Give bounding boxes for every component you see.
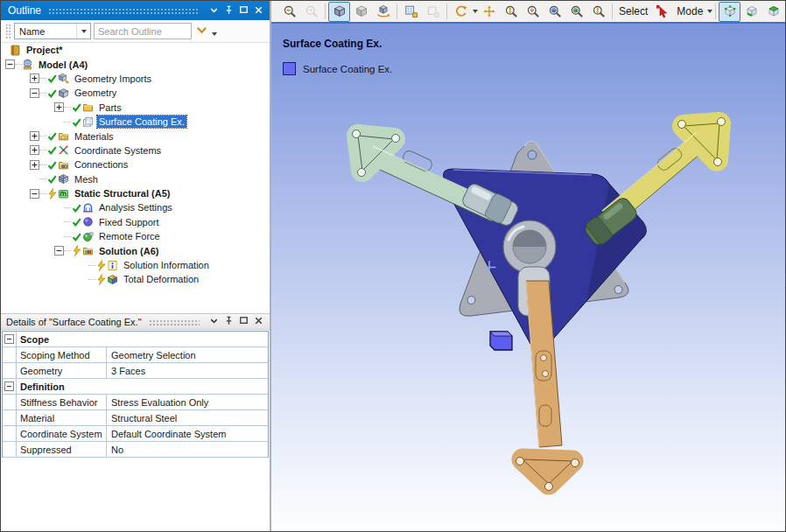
details-field-value[interactable]: Stress Evaluation Only [107,395,268,410]
expand-expander[interactable] [30,145,39,155]
tree-item-materials[interactable]: Materials [1,129,270,143]
tree-item-static-structural-a5[interactable]: Static Structural (A5) [1,186,270,200]
new-section-plane-button[interactable] [400,2,422,22]
expand-expander[interactable] [30,160,39,170]
details-panel-titlebar[interactable]: Details of "Surface Coating Ex." [1,313,270,330]
section-plain-icon [426,4,440,18]
chevron-down-icon [208,4,220,18]
tree-item-project[interactable]: Project* [1,43,270,57]
cursor-red-icon [656,4,670,18]
status-check-icon [46,73,58,84]
shaded-exterior-and-edges-button[interactable] [328,2,350,22]
zoom-mode-button[interactable] [500,2,522,22]
solution-icon [82,245,95,256]
tree-connector [39,150,46,150]
mode-label[interactable]: Mode [673,5,706,18]
mode-dropdown-caret[interactable] [707,10,712,13]
collapse-expander[interactable] [30,88,39,98]
zoom-fit-button[interactable] [544,2,565,22]
close-button[interactable] [251,315,266,328]
magnifier-plus-icon [526,4,540,18]
toolbar-separator [397,4,397,19]
box-zoom-mode-button[interactable] [522,2,544,22]
select-edges-button[interactable] [740,2,762,22]
select-cursor-button[interactable] [651,2,673,22]
search-options-caret[interactable] [212,32,217,36]
shaded-exterior-button[interactable] [350,2,372,22]
tree-item-label: Connections [73,158,130,171]
maximize-icon [238,4,249,18]
details-gutter [3,410,17,425]
tree-item-mesh[interactable]: Mesh [1,172,270,186]
expand-expander[interactable] [30,74,39,83]
details-gutter [3,379,17,394]
pan-mode-button[interactable] [478,2,500,22]
collapse-expander[interactable] [5,60,15,69]
tree-item-model-a4[interactable]: Model (A4) [1,57,270,71]
tree-item-remote-force[interactable]: Remote Force [1,229,270,243]
expand-expander[interactable] [30,131,39,141]
status-check-icon [71,202,82,214]
gold-chevron-icon [195,24,208,38]
tree-item-analysis-settings[interactable]: Analysis Settings [1,200,270,214]
total-deformation-icon [107,274,119,285]
outline-panel-titlebar[interactable]: Outline [1,1,270,20]
connections-icon [58,159,70,171]
select-vertices-button[interactable] [719,2,740,22]
magnifier-updown-icon [592,4,606,18]
details-field-value[interactable]: Default Coordinate System [107,426,268,441]
materials-icon [58,130,70,142]
expand-expander[interactable] [54,102,64,112]
static-structural-icon [58,188,70,200]
details-field-value[interactable]: 3 Faces [107,363,268,378]
collapse-expander[interactable] [30,189,39,199]
chevron-down-icon [208,315,220,328]
tree-item-total-deformation[interactable]: Total Deformation [1,272,270,286]
tree-item-parts[interactable]: Parts [1,101,270,115]
magnifier-window-button[interactable] [587,2,609,22]
details-field-value[interactable]: No [107,442,268,457]
titlebar-texture [48,7,200,14]
model-hub-ring[interactable] [503,220,556,273]
details-field-value[interactable]: Structural Steel [107,410,268,425]
maximize-button[interactable] [236,4,251,18]
close-button[interactable] [251,4,266,18]
select-faces-button[interactable] [762,2,784,22]
pin-button[interactable] [221,315,236,328]
tree-item-fixed-support[interactable]: Fixed Support [1,215,270,229]
tree-item-coordinate-systems[interactable]: Coordinate Systems [1,144,270,158]
collapse-expander[interactable] [54,246,64,256]
manage-views-button[interactable] [372,2,394,22]
details-group-scope: Scope [3,332,268,347]
status-check-icon [71,231,82,242]
select-label[interactable]: Select [615,5,651,18]
tree-item-surface-coating-ex[interactable]: Surface Coating Ex. [1,115,270,129]
details-row-stiffness-behavior: Stiffness BehaviorStress Evaluation Only [3,395,268,410]
search-input[interactable] [94,23,192,39]
combo-arrow [76,24,90,38]
previous-view-button[interactable] [278,2,300,22]
tree-item-solution-a6[interactable]: Solution (A6) [1,243,270,257]
panel-menu-button[interactable] [207,315,221,328]
cube-shaded-icon [333,4,347,18]
pin-button[interactable] [221,4,236,18]
pan-arrows-icon [482,4,496,18]
tree-item-geometry[interactable]: Geometry [1,86,270,100]
rotate-mode-button[interactable] [450,2,472,22]
search-filter-button[interactable] [192,23,211,40]
toolbar-drag-handle[interactable] [5,24,11,39]
tree-item-connections[interactable]: Connections [1,158,270,172]
details-field-value[interactable]: Geometry Selection [107,347,268,362]
look-at-face-button[interactable] [565,2,587,22]
name-filter-combobox[interactable]: Name [14,23,91,39]
toolbar-separator [325,4,326,19]
surface-coating-marker[interactable] [490,332,512,350]
tree-item-solution-information[interactable]: Solution Information [1,258,270,272]
model-3d-view[interactable] [271,24,786,532]
group-collapse-expander[interactable] [4,382,14,391]
panel-menu-button[interactable] [207,4,221,18]
group-collapse-expander[interactable] [4,334,14,344]
graphics-viewport[interactable]: Surface Coating Ex. Surface Coating Ex. [271,24,786,532]
tree-item-geometry-imports[interactable]: Geometry Imports [1,72,270,86]
maximize-button[interactable] [236,315,251,328]
